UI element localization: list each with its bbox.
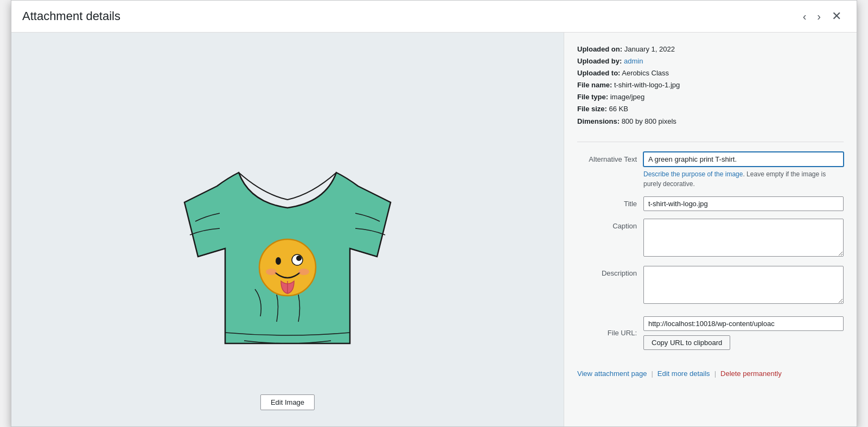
title-input[interactable]	[643, 196, 844, 211]
file-url-content: Copy URL to clipboard	[643, 316, 844, 350]
file-info: Uploaded on: January 1, 2022 Uploaded by…	[577, 43, 844, 128]
file-url-input[interactable]	[643, 316, 844, 331]
uploaded-by-link[interactable]: admin	[624, 57, 643, 65]
modal-body: Edit Image Uploaded on: January 1, 2022 …	[11, 33, 857, 426]
alt-text-help: Describe the purpose of the image. Leave…	[643, 169, 844, 189]
description-label: Description	[577, 266, 637, 277]
file-name-value: t-shirt-with-logo-1.jpg	[614, 81, 680, 89]
divider	[577, 142, 844, 142]
delete-permanently-link[interactable]: Delete permanently	[720, 369, 782, 378]
alt-text-row: Alternative Text Describe the purpose of…	[577, 152, 844, 189]
details-panel: Uploaded on: January 1, 2022 Uploaded by…	[564, 33, 857, 426]
tshirt-illustration	[168, 94, 407, 365]
uploaded-to-value: Aerobics Class	[622, 69, 669, 77]
uploaded-by-label: Uploaded by:	[577, 57, 622, 65]
title-label: Title	[577, 196, 637, 208]
description-row: Description	[577, 266, 844, 305]
view-attachment-link[interactable]: View attachment page	[577, 369, 647, 378]
footer-links: View attachment page | Edit more details…	[577, 363, 844, 378]
svg-point-6	[298, 269, 309, 275]
caption-content	[643, 219, 844, 258]
caption-textarea[interactable]	[643, 219, 844, 257]
alt-text-input[interactable]	[643, 152, 844, 167]
edit-image-button-wrap: Edit Image	[260, 394, 315, 410]
fields-area: Alternative Text Describe the purpose of…	[577, 152, 844, 350]
uploaded-on-value: January 1, 2022	[624, 45, 675, 53]
modal-header: Attachment details ‹ › ✕	[11, 1, 857, 33]
dimensions-value: 800 by 800 pixels	[622, 117, 676, 125]
copy-url-button[interactable]: Copy URL to clipboard	[643, 335, 730, 350]
file-type-label: File type:	[577, 93, 608, 101]
modal-title: Attachment details	[22, 9, 120, 23]
file-size-value: 66 KB	[609, 105, 628, 113]
svg-point-1	[276, 257, 281, 265]
file-url-label: File URL:	[577, 329, 637, 337]
caption-row: Caption	[577, 219, 844, 258]
description-textarea[interactable]	[643, 266, 844, 304]
svg-point-3	[296, 256, 302, 261]
description-content	[643, 266, 844, 305]
image-panel: Edit Image	[11, 33, 564, 426]
separator-2: |	[714, 369, 716, 378]
image-container	[33, 54, 542, 405]
caption-label: Caption	[577, 219, 637, 230]
uploaded-on-label: Uploaded on:	[577, 45, 622, 53]
svg-point-5	[266, 269, 277, 275]
separator-1: |	[651, 369, 653, 378]
alt-text-content: Describe the purpose of the image. Leave…	[643, 152, 844, 189]
prev-button[interactable]: ‹	[799, 9, 811, 24]
title-content	[643, 196, 844, 211]
close-button[interactable]: ✕	[827, 8, 846, 24]
dimensions-label: Dimensions:	[577, 117, 620, 125]
title-row: Title	[577, 196, 844, 211]
alt-text-label: Alternative Text	[577, 152, 637, 163]
edit-more-link[interactable]: Edit more details	[658, 369, 710, 378]
file-name-label: File name:	[577, 81, 612, 89]
alt-text-help-link[interactable]: Describe the purpose of the image	[643, 170, 743, 178]
modal-navigation: ‹ › ✕	[799, 8, 846, 24]
edit-image-button[interactable]: Edit Image	[260, 394, 315, 410]
uploaded-to-label: Uploaded to:	[577, 69, 620, 77]
file-size-label: File size:	[577, 105, 607, 113]
file-type-value: image/jpeg	[610, 93, 645, 101]
next-button[interactable]: ›	[813, 9, 825, 24]
file-url-row: File URL: Copy URL to clipboard	[577, 316, 844, 350]
